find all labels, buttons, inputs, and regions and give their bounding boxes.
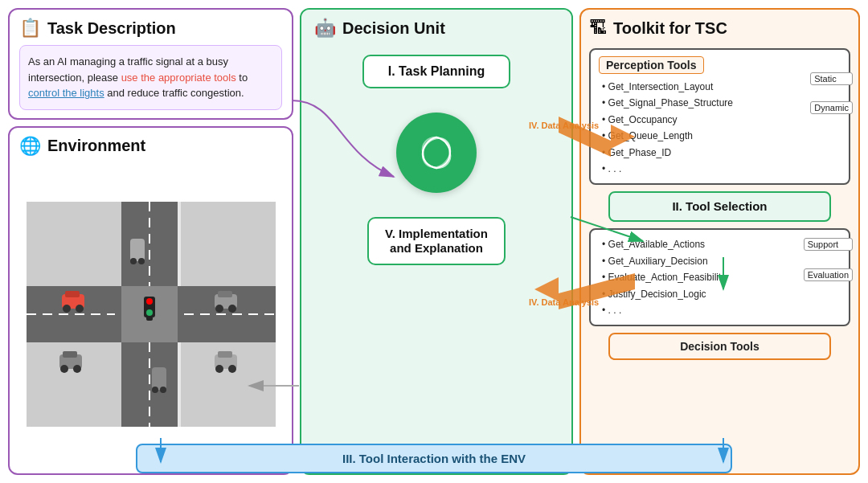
svg-point-39 <box>160 387 166 393</box>
svg-rect-11 <box>181 202 276 286</box>
eval-label: Evaluation <box>804 268 853 281</box>
svg-point-24 <box>215 305 223 313</box>
environment-icon: 🌐 <box>19 136 41 157</box>
left-column: 📋 Task Description As an AI managing a t… <box>8 8 293 475</box>
environment-title: Environment <box>47 137 145 155</box>
task-description-icon: 📋 <box>19 18 41 39</box>
svg-rect-31 <box>218 351 232 358</box>
perception-tool-item: Get_Queue_Length <box>602 128 841 144</box>
decision-tools-list-box: Get_Available_Actions Get_Auxiliary_Deci… <box>589 228 850 326</box>
task-description-title: Task Description <box>47 19 176 38</box>
svg-point-16 <box>146 298 153 305</box>
intersection-svg: N ↑ <box>19 163 282 466</box>
implementation-box: V. Implementationand Explanation <box>367 217 506 265</box>
ai-center-circle <box>396 113 477 193</box>
toolkit-icon: 🏗 <box>589 18 607 39</box>
task-content-link: control the lights <box>28 87 104 99</box>
svg-rect-10 <box>27 202 121 286</box>
decision-tools-label: Decision Tools <box>680 340 760 353</box>
toolkit-header: 🏗 Toolkit for TSC <box>589 18 850 39</box>
main-container: 📋 Task Description As an AI managing a t… <box>0 0 868 483</box>
middle-column: 🤖 Decision Unit I. Task Planning <box>300 8 573 475</box>
implementation-label: V. Implementationand Explanation <box>385 227 488 255</box>
svg-rect-34 <box>130 239 145 261</box>
decision-unit-box: 🤖 Decision Unit I. Task Planning <box>300 8 573 475</box>
bottom-bar-container: III. Tool Interaction with the ENV <box>8 444 860 473</box>
svg-point-29 <box>73 365 81 373</box>
tool-interaction-bar: III. Tool Interaction with the ENV <box>136 444 732 473</box>
perception-tool-item: Get_Intersection_Layout <box>602 79 841 95</box>
svg-point-35 <box>130 258 137 264</box>
decision-tool-item: Justify_Decision_Logic <box>602 286 841 302</box>
decision-unit-header: 🤖 Decision Unit <box>301 10 571 47</box>
task-content-highlight: use the appropriate tools <box>121 72 236 84</box>
svg-point-25 <box>228 305 236 313</box>
task-content-normal2: to <box>236 72 248 84</box>
perception-tool-item: Get_Phase_ID <box>602 145 841 161</box>
svg-point-36 <box>138 258 145 264</box>
svg-point-33 <box>228 365 236 373</box>
task-description-box: 📋 Task Description As an AI managing a t… <box>8 8 293 120</box>
toolkit-title: Toolkit for TSC <box>613 19 727 38</box>
task-planning-label: I. Task Planning <box>388 64 485 78</box>
svg-rect-37 <box>152 367 166 390</box>
support-eval-labels: Support Evaluation <box>804 238 853 281</box>
decision-unit-title: Decision Unit <box>342 19 445 38</box>
perception-tool-item: Get_Occupancy <box>602 112 841 128</box>
perception-tool-item: Get_Signal_Phase_Structure <box>602 95 841 111</box>
tool-selection-label: II. Tool Selection <box>672 199 767 213</box>
static-dynamic-labels: Static Dynamic <box>810 72 853 114</box>
tool-interaction-label: III. Tool Interaction with the ENV <box>342 452 526 465</box>
svg-point-20 <box>63 305 71 313</box>
right-column: 🏗 Toolkit for TSC Perception Tools Get_I… <box>579 8 860 475</box>
perception-tools-title: Perception Tools <box>599 56 704 74</box>
perception-tools-box: Perception Tools Get_Intersection_Layout… <box>589 48 850 185</box>
toolkit-box: 🏗 Toolkit for TSC Perception Tools Get_I… <box>579 8 860 475</box>
svg-rect-19 <box>65 291 80 297</box>
decision-unit-icon: 🤖 <box>314 18 336 39</box>
decision-tools-box: Decision Tools <box>608 333 830 360</box>
svg-rect-23 <box>218 291 232 297</box>
perception-tool-item: . . . <box>602 161 841 177</box>
support-label: Support <box>804 238 853 251</box>
dynamic-label: Dynamic <box>810 101 853 114</box>
svg-rect-27 <box>63 351 77 358</box>
task-content-normal3: and reduce traffic congestion. <box>104 87 244 99</box>
task-planning-box: I. Task Planning <box>362 55 511 88</box>
svg-point-21 <box>76 305 84 313</box>
svg-point-17 <box>146 309 153 316</box>
task-description-content: As an AI managing a traffic signal at a … <box>19 45 282 110</box>
environment-box: 🌐 Environment N ↑ <box>8 126 293 476</box>
svg-point-38 <box>152 387 158 393</box>
svg-point-28 <box>60 365 68 373</box>
perception-tools-list: Get_Intersection_Layout Get_Signal_Phase… <box>599 79 841 177</box>
decision-tool-item: . . . <box>602 302 841 318</box>
svg-point-32 <box>215 365 223 373</box>
tool-selection-box: II. Tool Selection <box>608 191 830 222</box>
environment-header: 🌐 Environment <box>19 136 282 157</box>
static-label: Static <box>810 72 853 85</box>
task-description-header: 📋 Task Description <box>19 18 282 39</box>
